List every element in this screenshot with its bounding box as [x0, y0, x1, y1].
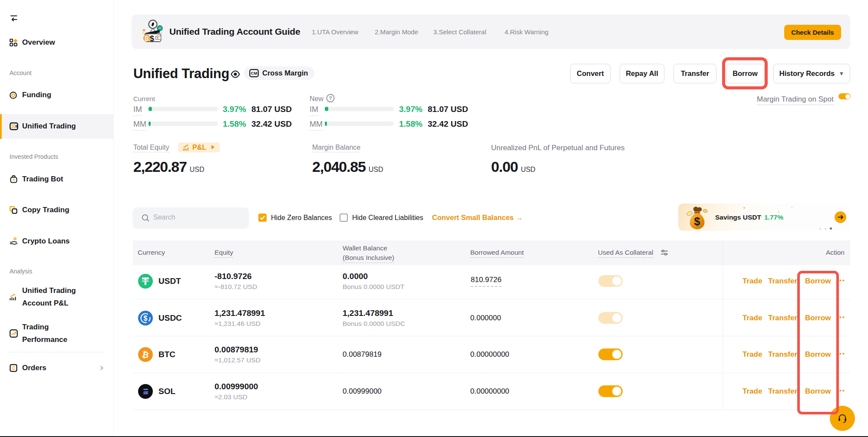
svg-text:$: $: [150, 34, 154, 43]
svg-text:?: ?: [329, 95, 332, 101]
svg-text:$: $: [144, 315, 148, 322]
svg-text:₿: ₿: [145, 36, 149, 42]
svg-text:$: $: [694, 215, 700, 227]
svg-text:CM: CM: [251, 71, 257, 76]
